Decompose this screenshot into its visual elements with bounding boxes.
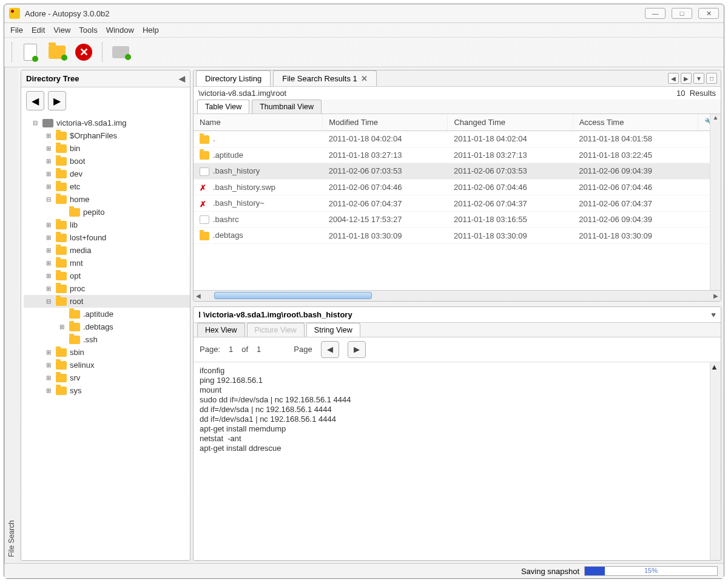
view-subtab[interactable]: Thumbnail View: [252, 100, 322, 113]
tab-close-icon[interactable]: ✕: [361, 74, 368, 83]
tree-node[interactable]: pepito: [24, 206, 190, 218]
table-row[interactable]: .aptitude2011-01-18 03:27:132011-01-18 0…: [194, 147, 721, 163]
tree-node[interactable]: .aptitude: [24, 308, 190, 320]
tree-node[interactable]: ⊞opt: [24, 269, 190, 282]
expand-icon[interactable]: ⊞: [44, 260, 53, 266]
tree-node[interactable]: ⊞selinux: [24, 359, 190, 371]
expand-icon[interactable]: ⊞: [44, 132, 53, 139]
favorite-icon[interactable]: ♥: [711, 310, 716, 319]
menu-view[interactable]: View: [53, 25, 70, 35]
tree-forward-button[interactable]: ▶: [48, 91, 66, 110]
drive-icon: [112, 46, 129, 58]
new-file-button[interactable]: [19, 41, 41, 63]
table-row[interactable]: ✗.bash_history.swp2011-02-06 07:04:46201…: [194, 179, 721, 195]
tab-scroll-left[interactable]: ◀: [668, 73, 679, 84]
menu-window[interactable]: Window: [106, 25, 134, 35]
tree-node[interactable]: ⊞boot: [24, 155, 190, 167]
tree-node[interactable]: ⊞etc: [24, 180, 190, 193]
table-row[interactable]: .2011-01-18 04:02:042011-01-18 04:02:042…: [194, 131, 721, 147]
tree-node[interactable]: ⊞sys: [24, 384, 190, 397]
menu-file[interactable]: File: [10, 25, 23, 35]
table-row[interactable]: ✗.bash_history~2011-02-06 07:04:372011-0…: [194, 195, 721, 212]
column-header[interactable]: Name: [194, 114, 323, 131]
vertical-scrollbar[interactable]: ▲: [710, 114, 721, 290]
scroll-up-icon[interactable]: ▲: [710, 114, 721, 124]
tree-node[interactable]: ⊞lib: [24, 218, 190, 231]
expand-icon[interactable]: ⊟: [44, 298, 53, 305]
tab-scroll-right[interactable]: ▶: [681, 73, 692, 84]
expand-icon[interactable]: ⊞: [44, 272, 53, 279]
expand-icon[interactable]: ⊞: [44, 387, 53, 394]
close-button[interactable]: ✕: [698, 8, 719, 19]
horizontal-scrollbar[interactable]: ◀ ▶: [194, 290, 721, 301]
menu-help[interactable]: Help: [143, 25, 159, 35]
expand-icon[interactable]: ⊞: [58, 323, 66, 330]
tree-node[interactable]: ⊟home: [24, 193, 190, 206]
tree-node[interactable]: ⊞dev: [24, 167, 190, 180]
expand-icon[interactable]: ⊞: [44, 183, 53, 190]
doc-icon: [200, 167, 209, 176]
delx-icon: ✗: [200, 200, 209, 208]
tree-node[interactable]: ⊞media: [24, 244, 190, 257]
tab-dropdown[interactable]: ▼: [693, 73, 704, 84]
folder-icon: [56, 195, 67, 204]
tree-node[interactable]: ⊟victoria-v8.sda1.img: [24, 117, 190, 129]
expand-icon[interactable]: ⊞: [44, 349, 53, 356]
tree-node[interactable]: ⊞mnt: [24, 257, 190, 269]
tree-node[interactable]: ⊞srv: [24, 371, 190, 384]
folder-icon: [56, 183, 67, 191]
expand-icon[interactable]: ⊞: [44, 374, 53, 381]
main-tab[interactable]: File Search Results 1✕: [273, 70, 377, 86]
tree-node[interactable]: ⊞.debtags: [24, 320, 190, 333]
viewer-tab[interactable]: Hex View: [197, 323, 245, 337]
expand-icon[interactable]: ⊞: [44, 171, 53, 177]
side-tab-file-search[interactable]: File Search: [4, 67, 18, 563]
expand-icon[interactable]: ⊞: [44, 145, 53, 152]
column-header[interactable]: Modified Time: [323, 114, 448, 131]
collapse-panel-icon[interactable]: ◀: [179, 74, 185, 83]
maximize-button[interactable]: □: [672, 8, 692, 19]
tab-maximize[interactable]: □: [706, 73, 717, 84]
column-header[interactable]: Access Time: [573, 114, 698, 131]
expand-icon[interactable]: ⊞: [44, 285, 53, 292]
delete-button[interactable]: ✕: [73, 41, 95, 63]
tree-node[interactable]: ⊞bin: [24, 142, 190, 155]
page-prev-button[interactable]: ◀: [321, 341, 339, 358]
table-row[interactable]: .debtags2011-01-18 03:30:092011-01-18 03…: [194, 228, 721, 244]
add-drive-button[interactable]: [110, 41, 132, 63]
expand-icon[interactable]: ⊞: [44, 362, 53, 368]
viewer-tab[interactable]: String View: [306, 323, 360, 337]
expand-icon[interactable]: ⊞: [44, 234, 53, 241]
expand-icon[interactable]: ⊞: [44, 247, 53, 254]
expand-icon[interactable]: ⊟: [44, 196, 53, 203]
table-row[interactable]: .bash_history2011-02-06 07:03:532011-02-…: [194, 163, 721, 180]
tree-node[interactable]: ⊞sbin: [24, 346, 190, 359]
tree-node[interactable]: ⊞lost+found: [24, 231, 190, 244]
tree-node[interactable]: .ssh: [24, 333, 190, 346]
tree-node[interactable]: ⊟root: [24, 295, 190, 308]
column-header[interactable]: Changed Time: [448, 114, 573, 131]
directory-tree[interactable]: ⊟victoria-v8.sda1.img⊞$OrphanFiles⊞bin⊞b…: [21, 114, 190, 560]
expand-icon[interactable]: ⊟: [31, 120, 39, 126]
scroll-right-icon[interactable]: ▶: [711, 292, 721, 299]
view-subtab[interactable]: Table View: [197, 100, 249, 113]
file-table-wrap: NameModified TimeChanged TimeAccess Time…: [194, 114, 721, 290]
expand-icon[interactable]: ⊞: [44, 158, 53, 164]
menu-tools[interactable]: Tools: [79, 25, 97, 35]
content-text[interactable]: ifconfig ping 192.168.56.1 mount sudo dd…: [194, 362, 721, 560]
file-name: .bash_history~: [213, 198, 265, 208]
expand-icon[interactable]: ⊞: [44, 221, 53, 228]
scroll-thumb[interactable]: [214, 292, 372, 299]
scroll-up-icon[interactable]: ▲: [710, 362, 721, 371]
table-row[interactable]: .bashrc2004-12-15 17:53:272011-01-18 03:…: [194, 211, 721, 228]
page-next-button[interactable]: ▶: [348, 341, 366, 358]
open-folder-button[interactable]: [46, 41, 68, 63]
tree-node[interactable]: ⊞$OrphanFiles: [24, 129, 190, 142]
scroll-left-icon[interactable]: ◀: [194, 292, 203, 299]
main-tab[interactable]: Directory Listing: [196, 70, 271, 86]
minimize-button[interactable]: —: [645, 8, 666, 19]
content-vertical-scrollbar[interactable]: ▲: [710, 362, 721, 560]
menu-edit[interactable]: Edit: [32, 25, 45, 35]
tree-node[interactable]: ⊞proc: [24, 282, 190, 295]
tree-back-button[interactable]: ◀: [26, 91, 44, 110]
